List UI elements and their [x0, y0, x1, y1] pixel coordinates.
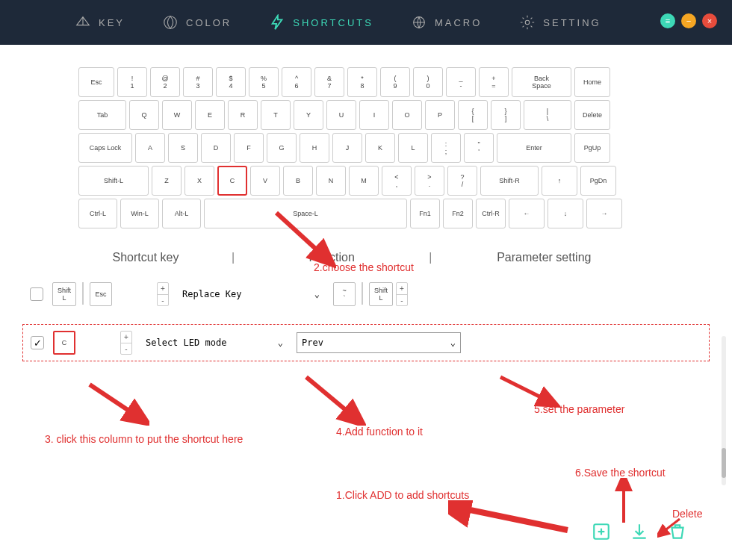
keyboard-key[interactable]: L [398, 133, 428, 163]
keyboard-key[interactable]: <, [382, 166, 412, 196]
keyboard-key[interactable]: S [168, 133, 198, 163]
bottom-actions [592, 522, 687, 541]
shortcut-row: ✓C+-Select LED mode⌄Prev⌄ [22, 324, 710, 361]
keyboard-key[interactable]: J [332, 133, 362, 163]
keyboard-key[interactable]: Ctrl-R [476, 199, 506, 228]
keyboard-key[interactable]: P [425, 100, 455, 130]
keyboard-key[interactable]: Shift-R [480, 166, 539, 196]
keyboard-key[interactable]: Esc [78, 67, 114, 97]
keyboard-key[interactable]: PgDn [580, 166, 616, 196]
key-stepper[interactable]: +- [120, 331, 132, 355]
keyboard-key[interactable]: _- [446, 67, 476, 97]
keyboard-key[interactable]: G [267, 133, 297, 163]
keyboard-key[interactable]: $4 [216, 67, 246, 97]
keyboard-key[interactable]: X [184, 166, 214, 196]
keyboard-key[interactable]: Caps Lock [78, 133, 132, 163]
keyboard-key[interactable]: )0 [413, 67, 443, 97]
keyboard-key[interactable]: !1 [117, 67, 147, 97]
keyboard-key[interactable]: M [349, 166, 379, 196]
keyboard-key[interactable]: Delete [574, 100, 610, 130]
keyboard-key[interactable]: ^6 [282, 67, 311, 97]
nav-key[interactable]: KEY [75, 14, 125, 31]
add-button[interactable] [592, 522, 611, 541]
keyboard-key[interactable]: "' [464, 133, 494, 163]
param-key-cell[interactable]: ~`ShiftL [333, 282, 393, 306]
keyboard-key[interactable]: → [586, 199, 622, 228]
nav-macro[interactable]: MACRO [411, 14, 482, 31]
minimize-button[interactable]: − [681, 13, 696, 28]
save-button[interactable] [630, 522, 649, 541]
keyboard-key[interactable]: &7 [314, 67, 344, 97]
close-button[interactable]: × [702, 13, 717, 28]
row-checkbox[interactable] [30, 287, 43, 301]
keyboard-key[interactable]: C [217, 166, 247, 196]
header: KEY COLOR SHORTCUTS MACRO SETTING ≡ − × [0, 0, 732, 45]
function-select[interactable]: Select LED mode⌄ [140, 332, 289, 354]
shortcut-key-cell[interactable]: C [53, 331, 75, 355]
keyboard-key[interactable]: *8 [347, 67, 377, 97]
keyboard-key[interactable]: A [135, 133, 165, 163]
keyboard-key[interactable]: (9 [380, 67, 410, 97]
scrollbar-thumb[interactable] [722, 448, 726, 478]
keyboard-key[interactable]: {[ [458, 100, 488, 130]
keyboard-key[interactable]: }] [491, 100, 521, 130]
keyboard-key[interactable]: T [261, 100, 291, 130]
keyboard-key[interactable]: E [195, 100, 225, 130]
col-sep: | [217, 251, 249, 264]
keyboard-key[interactable]: Enter [497, 133, 571, 163]
keyboard-row: Shift-LZXCVBNM<,>.?/Shift-R↑PgDn [78, 166, 654, 196]
keyboard-key[interactable]: U [326, 100, 356, 130]
keyboard-key[interactable]: F [234, 133, 264, 163]
keyboard-key[interactable]: += [479, 67, 509, 97]
keyboard-key[interactable]: Fn2 [443, 199, 473, 228]
keyboard-key[interactable]: ?/ [447, 166, 477, 196]
parameter-cell: Prev⌄ [297, 332, 461, 353]
keyboard-key[interactable]: Home [574, 67, 610, 97]
keyboard-key[interactable]: >. [415, 166, 444, 196]
keyboard-key[interactable]: Space-L [204, 199, 407, 228]
keyboard-key[interactable]: ↑ [542, 166, 577, 196]
list-button[interactable]: ≡ [660, 13, 675, 28]
keyboard-key[interactable]: :; [431, 133, 461, 163]
keyboard-key[interactable]: Z [152, 166, 182, 196]
keyboard-key[interactable]: Fn1 [410, 199, 440, 228]
nav-setting[interactable]: SETTING [519, 14, 601, 31]
keyboard-key[interactable]: D [201, 133, 231, 163]
key-stepper[interactable]: +- [157, 282, 169, 306]
parameter-select[interactable]: Prev⌄ [297, 332, 461, 353]
col-shortcut: Shortcut key [75, 251, 217, 264]
keyboard-key[interactable]: Y [294, 100, 323, 130]
macro-icon [411, 14, 427, 31]
keyboard-key[interactable]: #3 [183, 67, 213, 97]
keyboard-key[interactable]: N [316, 166, 346, 196]
shortcut-key-cell[interactable]: ShiftLEsc [52, 282, 112, 306]
keyboard-key[interactable]: Q [129, 100, 159, 130]
keyboard-key[interactable]: PgUp [574, 133, 610, 163]
keyboard-key[interactable]: H [300, 133, 329, 163]
nav-color[interactable]: COLOR [162, 14, 232, 31]
keyboard-key[interactable]: O [392, 100, 422, 130]
keyboard-key[interactable]: R [228, 100, 258, 130]
keyboard-key[interactable]: Tab [78, 100, 126, 130]
keyboard-key[interactable]: B [283, 166, 313, 196]
keyboard-key[interactable]: ← [509, 199, 545, 228]
keyboard-key[interactable]: %5 [249, 67, 279, 97]
keyboard-key[interactable]: Alt-L [162, 199, 201, 228]
keyboard-key[interactable]: Win-L [120, 199, 159, 228]
keyboard-key[interactable]: Ctrl-L [78, 199, 117, 228]
keyboard-key[interactable]: Shift-L [78, 166, 149, 196]
row-checkbox[interactable]: ✓ [31, 336, 44, 349]
keyboard-key[interactable]: V [250, 166, 280, 196]
keyboard-key[interactable]: @2 [150, 67, 180, 97]
svg-line-4 [90, 385, 134, 414]
keyboard-key[interactable]: BackSpace [512, 67, 571, 97]
keyboard-key[interactable]: |\ [524, 100, 571, 130]
param-stepper[interactable]: +- [396, 282, 408, 306]
keyboard-key[interactable]: I [359, 100, 389, 130]
keyboard-key[interactable]: ↓ [548, 199, 583, 228]
keyboard-key[interactable]: W [162, 100, 192, 130]
delete-button[interactable] [668, 522, 687, 541]
keyboard-key[interactable]: K [365, 133, 395, 163]
nav-shortcuts[interactable]: SHORTCUTS [269, 14, 373, 31]
function-select[interactable]: Replace Key⌄ [176, 283, 326, 305]
